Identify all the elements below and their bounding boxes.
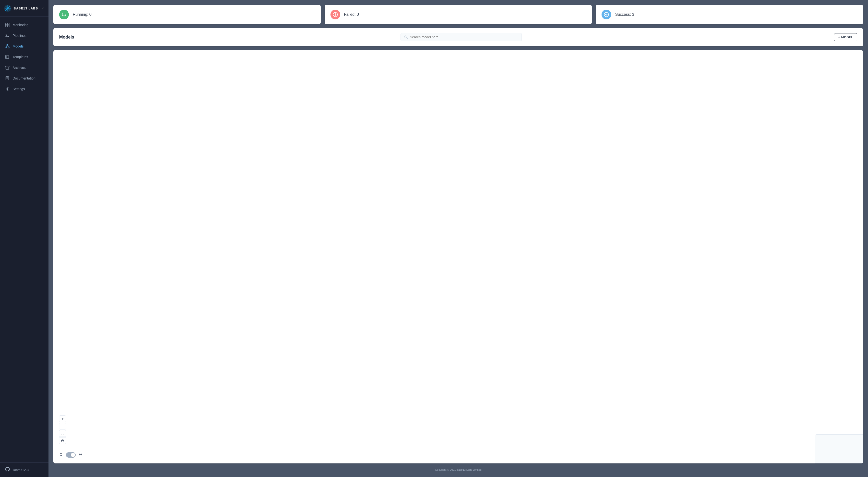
sidebar: BASE13 LABS ‹ Monitoring Pip xyxy=(0,0,49,477)
svg-point-5 xyxy=(7,7,8,9)
svg-line-14 xyxy=(7,46,9,47)
running-spinner xyxy=(61,11,67,18)
vertical-arrows-icon[interactable] xyxy=(59,452,63,457)
search-input[interactable] xyxy=(410,35,518,39)
success-status-icon xyxy=(601,10,611,20)
status-card-running: Running: 0 xyxy=(53,5,321,24)
search-box[interactable] xyxy=(401,33,522,41)
sidebar-item-monitoring[interactable]: Monitoring xyxy=(0,20,49,30)
pipelines-label: Pipelines xyxy=(12,34,26,38)
sidebar-logo-area: BASE13 LABS ‹ xyxy=(0,0,49,17)
svg-point-23 xyxy=(7,89,8,90)
logo: BASE13 LABS xyxy=(4,4,38,12)
svg-rect-8 xyxy=(5,25,7,27)
copyright-text: Copyright © 2021 Base13 Labs Limited xyxy=(435,468,482,471)
status-card-failed: Failed: 0 xyxy=(324,5,592,24)
logo-icon xyxy=(4,4,12,12)
models-panel: Models + MODEL xyxy=(53,28,863,46)
failed-status-icon xyxy=(331,10,340,20)
horizontal-arrows-icon[interactable] xyxy=(79,452,83,457)
sidebar-item-pipelines[interactable]: Pipelines xyxy=(0,30,49,41)
svg-rect-16 xyxy=(6,56,8,58)
settings-label: Settings xyxy=(12,87,25,91)
svg-line-30 xyxy=(407,38,407,38)
models-label: Models xyxy=(12,44,24,48)
lock-button[interactable] xyxy=(59,437,66,444)
zoom-out-button[interactable]: − xyxy=(59,423,66,430)
zoom-in-button[interactable]: + xyxy=(59,415,66,422)
archives-icon xyxy=(5,65,10,70)
svg-rect-6 xyxy=(5,23,7,25)
svg-rect-31 xyxy=(61,440,64,442)
templates-label: Templates xyxy=(12,55,28,59)
settings-icon xyxy=(5,87,10,91)
svg-point-11 xyxy=(5,47,6,48)
sidebar-footer: konrad1234 xyxy=(0,463,49,477)
templates-icon xyxy=(5,55,10,59)
github-icon xyxy=(5,467,10,473)
canvas-area[interactable]: + − xyxy=(53,50,863,464)
zoom-in-icon: + xyxy=(61,417,64,421)
sidebar-item-documentation[interactable]: Documentation xyxy=(0,73,49,84)
search-icon xyxy=(404,35,408,39)
documentation-label: Documentation xyxy=(12,76,35,80)
archives-label: Archives xyxy=(12,66,26,69)
mini-map xyxy=(815,434,863,464)
monitoring-icon xyxy=(5,23,10,27)
sidebar-nav: Monitoring Pipelines Models xyxy=(0,17,49,463)
svg-point-10 xyxy=(7,44,8,46)
models-title: Models xyxy=(59,35,88,40)
fit-view-button[interactable] xyxy=(59,430,66,437)
sidebar-item-archives[interactable]: Archives xyxy=(0,62,49,73)
layout-toggle[interactable] xyxy=(66,452,76,457)
svg-point-24 xyxy=(62,12,66,16)
running-status-text: Running: 0 xyxy=(73,12,91,17)
mini-map-content xyxy=(815,435,863,463)
zoom-out-icon: − xyxy=(61,424,64,428)
add-model-label: + MODEL xyxy=(838,35,853,39)
status-cards: Running: 0 Failed: 0 Success: 3 xyxy=(53,5,863,24)
sidebar-item-settings[interactable]: Settings xyxy=(0,84,49,94)
svg-rect-17 xyxy=(5,66,9,67)
main-content: Running: 0 Failed: 0 Success: 3 xyxy=(49,0,868,477)
sidebar-item-models[interactable]: Models xyxy=(0,41,49,52)
add-model-button[interactable]: + MODEL xyxy=(834,33,857,41)
running-status-icon xyxy=(59,10,69,20)
failed-status-text: Failed: 0 xyxy=(344,12,359,17)
sidebar-item-templates[interactable]: Templates xyxy=(0,52,49,62)
success-status-text: Success: 3 xyxy=(615,12,634,17)
canvas-toolbar xyxy=(59,452,83,457)
svg-line-13 xyxy=(6,46,7,47)
status-card-success: Success: 3 xyxy=(596,5,863,24)
footer: Copyright © 2021 Base13 Labs Limited xyxy=(53,467,863,472)
documentation-icon xyxy=(5,76,10,81)
zoom-controls: + − xyxy=(59,415,66,444)
logo-text: BASE13 LABS xyxy=(13,6,38,10)
lock-icon xyxy=(61,439,64,442)
monitoring-label: Monitoring xyxy=(12,23,28,27)
toggle-knob xyxy=(71,453,75,457)
fit-view-icon xyxy=(61,432,64,435)
svg-point-28 xyxy=(604,12,609,17)
svg-rect-7 xyxy=(7,23,9,25)
svg-point-12 xyxy=(8,47,9,48)
svg-point-27 xyxy=(335,15,335,16)
models-header: Models + MODEL xyxy=(53,28,863,46)
username: konrad1234 xyxy=(12,468,29,472)
svg-rect-9 xyxy=(7,25,9,27)
models-icon xyxy=(5,44,10,49)
collapse-sidebar-button[interactable]: ‹ xyxy=(41,5,44,11)
svg-rect-15 xyxy=(6,55,9,59)
pipelines-icon xyxy=(5,33,10,38)
